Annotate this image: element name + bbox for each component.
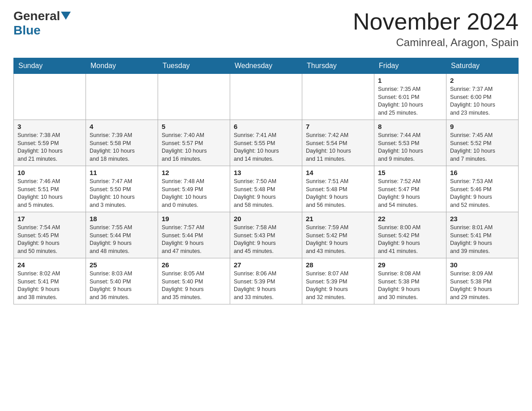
svg-marker-0 <box>61 12 71 20</box>
day-number: 17 <box>17 215 82 223</box>
day-info: Sunrise: 8:08 AMSunset: 5:38 PMDaylight:… <box>378 270 442 301</box>
day-info: Sunrise: 8:00 AMSunset: 5:42 PMDaylight:… <box>378 224 442 255</box>
day-cell-13: 13Sunrise: 7:50 AMSunset: 5:48 PMDayligh… <box>230 166 302 212</box>
day-number: 16 <box>450 169 515 176</box>
day-number: 6 <box>234 123 298 130</box>
day-cell-25: 25Sunrise: 8:03 AMSunset: 5:40 PMDayligh… <box>86 258 158 304</box>
calendar-week-row: 10Sunrise: 7:46 AMSunset: 5:51 PMDayligh… <box>14 166 519 212</box>
day-info: Sunrise: 7:40 AMSunset: 5:57 PMDaylight:… <box>162 132 226 163</box>
day-info: Sunrise: 7:41 AMSunset: 5:55 PMDaylight:… <box>234 132 298 163</box>
day-cell-26: 26Sunrise: 8:05 AMSunset: 5:40 PMDayligh… <box>158 258 230 304</box>
day-number: 22 <box>378 215 442 223</box>
day-cell-9: 9Sunrise: 7:45 AMSunset: 5:52 PMDaylight… <box>446 120 519 166</box>
day-number: 28 <box>306 261 370 269</box>
day-cell-21: 21Sunrise: 7:59 AMSunset: 5:42 PMDayligh… <box>302 212 374 258</box>
day-number: 11 <box>90 169 154 176</box>
day-info: Sunrise: 8:01 AMSunset: 5:41 PMDaylight:… <box>450 224 515 255</box>
day-cell-20: 20Sunrise: 7:58 AMSunset: 5:43 PMDayligh… <box>230 212 302 258</box>
day-cell-29: 29Sunrise: 8:08 AMSunset: 5:38 PMDayligh… <box>374 258 446 304</box>
logo-blue-text: Blue <box>13 23 41 38</box>
day-cell-22: 22Sunrise: 8:00 AMSunset: 5:42 PMDayligh… <box>374 212 446 258</box>
empty-cell <box>86 74 158 120</box>
day-number: 1 <box>378 77 442 84</box>
day-number: 19 <box>162 215 226 223</box>
empty-cell <box>302 74 374 120</box>
day-info: Sunrise: 8:03 AMSunset: 5:40 PMDaylight:… <box>90 270 154 301</box>
day-number: 29 <box>378 261 442 269</box>
calendar-week-row: 3Sunrise: 7:38 AMSunset: 5:59 PMDaylight… <box>14 120 519 166</box>
weekday-header-wednesday: Wednesday <box>230 58 302 74</box>
day-info: Sunrise: 7:47 AMSunset: 5:50 PMDaylight:… <box>90 178 154 209</box>
day-number: 12 <box>162 169 226 176</box>
day-info: Sunrise: 8:07 AMSunset: 5:39 PMDaylight:… <box>306 270 370 301</box>
day-number: 30 <box>450 261 515 269</box>
weekday-header-friday: Friday <box>374 58 446 74</box>
empty-cell <box>14 74 86 120</box>
day-info: Sunrise: 7:58 AMSunset: 5:43 PMDaylight:… <box>234 224 298 255</box>
day-number: 13 <box>234 169 298 176</box>
day-cell-14: 14Sunrise: 7:51 AMSunset: 5:48 PMDayligh… <box>302 166 374 212</box>
day-cell-30: 30Sunrise: 8:09 AMSunset: 5:38 PMDayligh… <box>446 258 519 304</box>
day-cell-28: 28Sunrise: 8:07 AMSunset: 5:39 PMDayligh… <box>302 258 374 304</box>
day-info: Sunrise: 7:48 AMSunset: 5:49 PMDaylight:… <box>162 178 226 209</box>
day-number: 5 <box>162 123 226 130</box>
day-cell-7: 7Sunrise: 7:42 AMSunset: 5:54 PMDaylight… <box>302 120 374 166</box>
day-number: 2 <box>450 77 515 84</box>
day-number: 20 <box>234 215 298 223</box>
day-number: 8 <box>378 123 442 130</box>
day-number: 18 <box>90 215 154 223</box>
weekday-header-thursday: Thursday <box>302 58 374 74</box>
logo-general-text: General <box>13 9 60 23</box>
day-cell-3: 3Sunrise: 7:38 AMSunset: 5:59 PMDaylight… <box>14 120 86 166</box>
day-cell-11: 11Sunrise: 7:47 AMSunset: 5:50 PMDayligh… <box>86 166 158 212</box>
day-info: Sunrise: 8:09 AMSunset: 5:38 PMDaylight:… <box>450 270 515 301</box>
calendar-table: SundayMondayTuesdayWednesdayThursdayFrid… <box>13 58 519 304</box>
day-cell-27: 27Sunrise: 8:06 AMSunset: 5:39 PMDayligh… <box>230 258 302 304</box>
day-cell-15: 15Sunrise: 7:52 AMSunset: 5:47 PMDayligh… <box>374 166 446 212</box>
day-info: Sunrise: 7:38 AMSunset: 5:59 PMDaylight:… <box>17 132 82 163</box>
day-info: Sunrise: 7:51 AMSunset: 5:48 PMDaylight:… <box>306 178 370 209</box>
day-number: 27 <box>234 261 298 269</box>
page-header: General Blue November 2024 Caminreal, Ar… <box>13 9 519 49</box>
day-number: 7 <box>306 123 370 130</box>
day-number: 21 <box>306 215 370 223</box>
day-cell-6: 6Sunrise: 7:41 AMSunset: 5:55 PMDaylight… <box>230 120 302 166</box>
month-title: November 2024 <box>353 9 519 34</box>
day-number: 10 <box>17 169 82 176</box>
day-cell-16: 16Sunrise: 7:53 AMSunset: 5:46 PMDayligh… <box>446 166 519 212</box>
day-cell-4: 4Sunrise: 7:39 AMSunset: 5:58 PMDaylight… <box>86 120 158 166</box>
calendar-week-row: 17Sunrise: 7:54 AMSunset: 5:45 PMDayligh… <box>14 212 519 258</box>
day-cell-23: 23Sunrise: 8:01 AMSunset: 5:41 PMDayligh… <box>446 212 519 258</box>
day-info: Sunrise: 8:06 AMSunset: 5:39 PMDaylight:… <box>234 270 298 301</box>
logo-arrow-icon <box>61 12 71 20</box>
day-cell-19: 19Sunrise: 7:57 AMSunset: 5:44 PMDayligh… <box>158 212 230 258</box>
day-cell-1: 1Sunrise: 7:35 AMSunset: 6:01 PMDaylight… <box>374 74 446 120</box>
day-info: Sunrise: 7:59 AMSunset: 5:42 PMDaylight:… <box>306 224 370 255</box>
day-info: Sunrise: 8:05 AMSunset: 5:40 PMDaylight:… <box>162 270 226 301</box>
empty-cell <box>230 74 302 120</box>
day-cell-17: 17Sunrise: 7:54 AMSunset: 5:45 PMDayligh… <box>14 212 86 258</box>
calendar-week-row: 24Sunrise: 8:02 AMSunset: 5:41 PMDayligh… <box>14 258 519 304</box>
day-info: Sunrise: 7:45 AMSunset: 5:52 PMDaylight:… <box>450 132 515 163</box>
day-info: Sunrise: 7:35 AMSunset: 6:01 PMDaylight:… <box>378 86 442 117</box>
day-info: Sunrise: 8:02 AMSunset: 5:41 PMDaylight:… <box>17 270 82 301</box>
weekday-header-saturday: Saturday <box>446 58 519 74</box>
day-info: Sunrise: 7:53 AMSunset: 5:46 PMDaylight:… <box>450 178 515 209</box>
day-info: Sunrise: 7:55 AMSunset: 5:44 PMDaylight:… <box>90 224 154 255</box>
title-section: November 2024 Caminreal, Aragon, Spain <box>353 9 519 49</box>
weekday-header-tuesday: Tuesday <box>158 58 230 74</box>
calendar-week-row: 1Sunrise: 7:35 AMSunset: 6:01 PMDaylight… <box>14 74 519 120</box>
day-info: Sunrise: 7:42 AMSunset: 5:54 PMDaylight:… <box>306 132 370 163</box>
logo: General Blue <box>13 9 71 38</box>
day-cell-10: 10Sunrise: 7:46 AMSunset: 5:51 PMDayligh… <box>14 166 86 212</box>
day-number: 15 <box>378 169 442 176</box>
day-number: 25 <box>90 261 154 269</box>
day-number: 24 <box>17 261 82 269</box>
day-number: 4 <box>90 123 154 130</box>
day-info: Sunrise: 7:44 AMSunset: 5:53 PMDaylight:… <box>378 132 442 163</box>
weekday-header-monday: Monday <box>86 58 158 74</box>
day-info: Sunrise: 7:57 AMSunset: 5:44 PMDaylight:… <box>162 224 226 255</box>
day-number: 3 <box>17 123 82 130</box>
day-cell-8: 8Sunrise: 7:44 AMSunset: 5:53 PMDaylight… <box>374 120 446 166</box>
empty-cell <box>158 74 230 120</box>
